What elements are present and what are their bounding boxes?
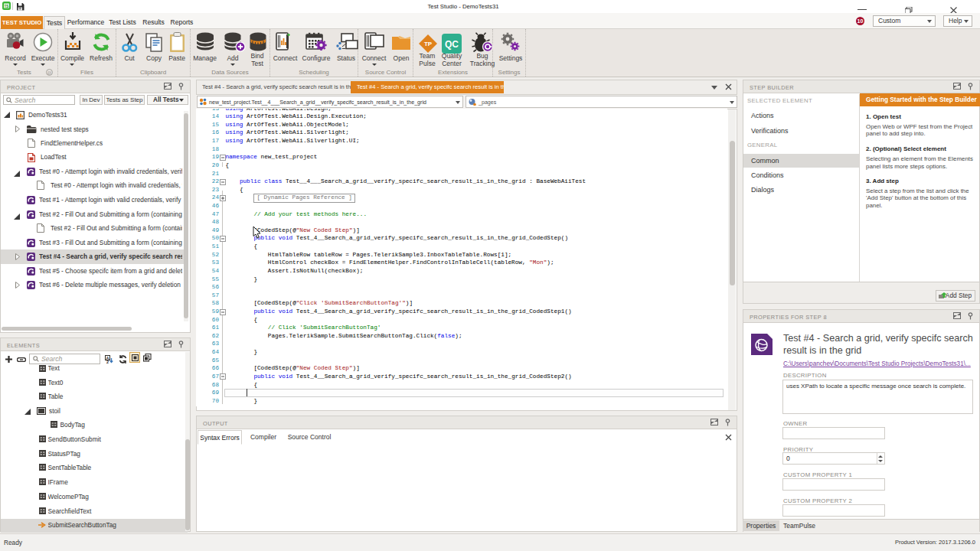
svg-text:QC: QC xyxy=(445,39,459,50)
svg-text:2: 2 xyxy=(106,360,109,364)
svg-text:@: @ xyxy=(47,70,51,75)
svg-text:TP: TP xyxy=(424,41,433,47)
svg-text:TS: TS xyxy=(5,5,9,8)
